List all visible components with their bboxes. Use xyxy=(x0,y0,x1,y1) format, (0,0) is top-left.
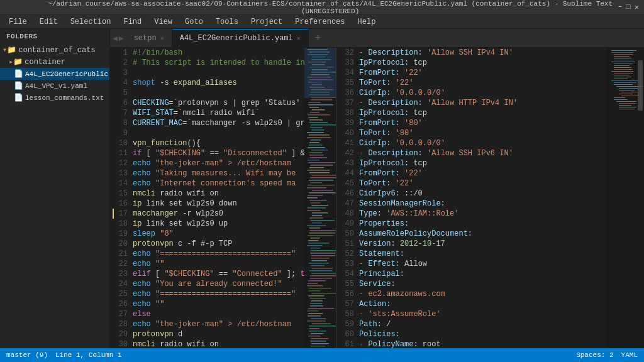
svg-rect-16 xyxy=(614,79,628,79)
spaces-info[interactable]: Spaces: 2 xyxy=(576,351,613,359)
left-code-pane[interactable]: 1234567891011121314151617181920212223242… xyxy=(110,48,336,348)
tab-close-yaml[interactable]: ✕ xyxy=(297,35,301,42)
file-type[interactable]: YAML xyxy=(621,351,638,359)
title-bar-title: ~/adrian_course/aws-sa-associate-saac02/… xyxy=(43,0,618,15)
sidebar-item-container[interactable]: ▸ 📁 container xyxy=(0,56,109,68)
svg-rect-12 xyxy=(611,71,633,72)
git-branch[interactable]: master (9) xyxy=(6,351,48,359)
menu-tools[interactable]: Tools xyxy=(211,16,243,28)
cursor-position: Line 1, Column 1 xyxy=(55,351,122,359)
tab-close-setpn[interactable]: ✕ xyxy=(160,35,164,42)
svg-rect-3 xyxy=(614,54,633,55)
svg-rect-10 xyxy=(614,67,631,68)
svg-rect-1 xyxy=(611,50,636,51)
editor-content: 1234567891011121314151617181920212223242… xyxy=(110,48,644,348)
menu-help[interactable]: Help xyxy=(353,16,381,28)
svg-rect-31 xyxy=(619,107,636,107)
title-bar: ~/adrian_course/aws-sa-associate-saac02/… xyxy=(0,0,644,15)
sidebar-item-vpc-yaml[interactable]: 📄 A4L_VPC_v1.yaml xyxy=(0,80,109,92)
svg-rect-5 xyxy=(614,58,631,58)
close-button[interactable]: ✕ xyxy=(635,3,639,12)
tab-add-button[interactable]: + xyxy=(309,33,328,44)
menu-file[interactable]: File xyxy=(4,16,32,28)
tab-setpn[interactable]: setpn ✕ xyxy=(126,29,172,48)
svg-rect-30 xyxy=(619,105,631,106)
svg-rect-27 xyxy=(614,99,628,100)
left-code-lines[interactable]: #!/bin/bash# This script is intended to … xyxy=(133,48,304,348)
menu-project[interactable]: Project xyxy=(246,16,287,28)
nav-back-icon[interactable]: ◀ xyxy=(113,33,118,43)
sidebar-item-container-of-cats[interactable]: ▾ 📁 container_of_cats xyxy=(0,44,109,56)
yaml-file-icon: 📄 xyxy=(14,69,23,79)
status-left: master (9) Line 1, Column 1 xyxy=(6,351,122,359)
sidebar-item-lesson-commands[interactable]: 📄 lesson_commands.txt xyxy=(0,92,109,104)
svg-rect-9 xyxy=(614,65,630,66)
svg-rect-4 xyxy=(614,56,630,57)
menu-goto[interactable]: Goto xyxy=(180,16,208,28)
minimap-svg xyxy=(606,48,644,348)
folder-icon: 📁 xyxy=(7,45,16,55)
svg-rect-8 xyxy=(614,63,633,64)
right-line-numbers: 3233343536373839404142434445464748495051… xyxy=(336,48,359,348)
svg-rect-6 xyxy=(614,60,634,60)
svg-rect-22 xyxy=(619,90,635,90)
svg-rect-28 xyxy=(616,101,636,102)
folder-collapse-icon: ▸ xyxy=(0,57,13,67)
status-bar: master (9) Line 1, Column 1 Spaces: 2 YA… xyxy=(0,348,644,362)
svg-rect-13 xyxy=(614,73,633,74)
subfolder-icon: 📁 xyxy=(13,57,23,67)
svg-rect-25 xyxy=(621,96,639,96)
svg-rect-18 xyxy=(614,82,636,83)
right-minimap xyxy=(606,48,644,348)
nav-forward-icon[interactable]: ▶ xyxy=(119,33,124,43)
sidebar-header: FOLDERS xyxy=(0,29,109,44)
maximize-button[interactable]: □ xyxy=(626,3,631,12)
sidebar: FOLDERS ▾ 📁 container_of_cats ▸ 📁 contai… xyxy=(0,29,110,348)
txt-file-icon: 📄 xyxy=(14,93,23,102)
main-container: FOLDERS ▾ 📁 container_of_cats ▸ 📁 contai… xyxy=(0,29,644,348)
svg-rect-32 xyxy=(619,109,635,109)
tab-yaml[interactable]: A4L_EC2GenericPublic.yaml ✕ xyxy=(172,29,309,48)
menu-preferences[interactable]: Preferences xyxy=(290,16,350,28)
menu-selection[interactable]: Selection xyxy=(65,16,116,28)
svg-rect-33 xyxy=(638,60,643,111)
svg-rect-7 xyxy=(611,62,635,62)
folder-expand-icon: ▾ xyxy=(0,45,7,55)
status-right: Spaces: 2 YAML xyxy=(576,351,638,359)
svg-rect-23 xyxy=(621,92,639,92)
minimize-button[interactable]: – xyxy=(618,3,622,12)
vpc-file-icon: 📄 xyxy=(14,81,23,90)
menu-bar: File Edit Selection Find View Goto Tools… xyxy=(0,15,644,29)
svg-rect-24 xyxy=(619,94,633,94)
left-minimap xyxy=(304,48,336,348)
menu-edit[interactable]: Edit xyxy=(35,16,63,28)
nav-arrows: ◀ ▶ xyxy=(110,33,126,43)
right-code-pane[interactable]: 3233343536373839404142434445464748495051… xyxy=(336,48,644,348)
menu-view[interactable]: View xyxy=(149,16,177,28)
svg-rect-26 xyxy=(614,97,625,98)
svg-rect-14 xyxy=(614,75,630,75)
sidebar-item-yaml-file[interactable]: 📄 A4L_EC2GenericPublic.yaml xyxy=(0,68,109,80)
svg-rect-29 xyxy=(619,103,636,104)
menu-find[interactable]: Find xyxy=(118,16,147,28)
svg-rect-15 xyxy=(614,77,631,77)
svg-rect-2 xyxy=(611,52,633,53)
right-code-lines[interactable]: - Description: 'Allow SSH IPv4 IN' IpPro… xyxy=(359,48,606,348)
tab-bar: ◀ ▶ setpn ✕ A4L_EC2GenericPublic.yaml ✕ … xyxy=(110,29,644,48)
title-bar-controls[interactable]: – □ ✕ xyxy=(618,3,639,12)
editor-area: ◀ ▶ setpn ✕ A4L_EC2GenericPublic.yaml ✕ … xyxy=(110,29,644,348)
svg-rect-17 xyxy=(611,80,638,81)
left-line-numbers: 1234567891011121314151617181920212223242… xyxy=(110,48,133,348)
svg-rect-19 xyxy=(614,84,633,85)
svg-rect-21 xyxy=(619,88,638,89)
svg-rect-11 xyxy=(614,69,633,70)
